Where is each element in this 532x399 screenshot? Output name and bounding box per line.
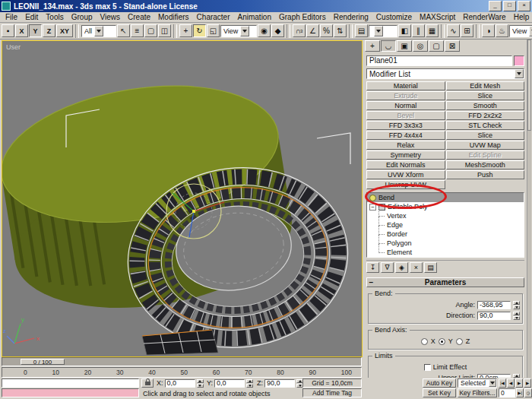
- selection-filter-dropdown[interactable]: All: [81, 25, 116, 37]
- axis-z-radio[interactable]: [456, 338, 463, 345]
- axis-y-radio[interactable]: [439, 338, 445, 345]
- menu-group[interactable]: Group: [68, 12, 97, 22]
- select-by-name-icon[interactable]: ≡: [131, 24, 144, 37]
- y-coordinate-field[interactable]: 0,0: [214, 379, 245, 388]
- menu-graph-editors[interactable]: Graph Editors: [275, 12, 330, 22]
- schematic-view-icon[interactable]: ⊞: [461, 24, 473, 37]
- stack-item-bend[interactable]: Bend: [367, 193, 524, 202]
- dropdown-arrow-icon[interactable]: [240, 26, 249, 36]
- align-icon[interactable]: ∥: [412, 24, 425, 37]
- modifier-button[interactable]: FFD 3x3x3: [366, 121, 445, 130]
- go-to-start-icon[interactable]: |◀: [499, 378, 506, 388]
- reference-coordinate-dropdown[interactable]: View: [220, 25, 257, 37]
- angle-field[interactable]: -368,95: [477, 301, 511, 309]
- set-key-button[interactable]: Set Key: [423, 388, 456, 397]
- modifier-button[interactable]: FFD 2x2x2: [446, 111, 525, 120]
- time-slider-track[interactable]: 0 / 100: [2, 357, 362, 366]
- dropdown-arrow-icon[interactable]: [489, 379, 496, 387]
- motion-tab-icon[interactable]: ◎: [413, 40, 428, 52]
- track-bar[interactable]: 0 10 20 30 40 50 60 70 80 90 100: [2, 367, 362, 378]
- x-coordinate-field[interactable]: 0,0: [165, 379, 195, 388]
- modifier-button[interactable]: Bevel: [366, 111, 445, 120]
- configure-modifier-sets-icon[interactable]: ▤: [424, 262, 437, 273]
- modifier-button[interactable]: Edit Normals: [366, 160, 445, 169]
- parameters-rollout-header[interactable]: − Parameters: [366, 277, 524, 287]
- modifier-button[interactable]: MeshSmooth: [446, 160, 525, 169]
- modifier-button[interactable]: Smooth: [446, 101, 525, 110]
- axis-constraint-xy-button[interactable]: XY: [56, 24, 73, 37]
- panel-scrollbar[interactable]: [527, 40, 531, 378]
- minimize-button[interactable]: _: [489, 1, 502, 11]
- menu-rendering[interactable]: Rendering: [330, 12, 372, 22]
- axis-x-radio[interactable]: [421, 338, 428, 345]
- object-color-swatch[interactable]: [514, 55, 524, 66]
- curve-editor-icon[interactable]: ∿: [447, 24, 460, 37]
- stack-subitem-edge[interactable]: Edge: [367, 220, 524, 230]
- remove-modifier-icon[interactable]: ×: [410, 262, 423, 273]
- key-filters-button[interactable]: Key Filters...: [458, 388, 497, 397]
- modifier-button[interactable]: Symmetry: [366, 150, 445, 160]
- menu-edit[interactable]: Edit: [21, 12, 42, 22]
- rectangular-selection-icon[interactable]: ▢: [144, 24, 157, 37]
- modifier-button[interactable]: STL Check: [446, 121, 525, 130]
- macro-recorder-field[interactable]: [2, 388, 139, 397]
- limit-effect-checkbox[interactable]: [424, 364, 431, 371]
- previous-frame-icon[interactable]: ◀: [507, 378, 515, 388]
- menu-animation[interactable]: Animation: [234, 12, 275, 22]
- z-coordinate-field[interactable]: 90,0: [264, 379, 295, 388]
- menu-renderware[interactable]: RenderWare: [459, 12, 509, 22]
- next-frame-icon[interactable]: ▶: [524, 378, 531, 388]
- dropdown-arrow-icon[interactable]: [529, 26, 532, 36]
- stack-subitem-polygon[interactable]: Polygon: [367, 239, 524, 248]
- render-scene-icon[interactable]: ♨: [496, 24, 508, 37]
- object-name-field[interactable]: Plane01: [366, 55, 512, 66]
- direction-spinner[interactable]: [513, 312, 520, 320]
- percent-snap-icon[interactable]: %: [320, 24, 333, 37]
- angle-spinner[interactable]: [513, 301, 520, 309]
- modifier-button[interactable]: Slice: [446, 91, 525, 100]
- axis-constraint-y-button[interactable]: Y: [29, 24, 42, 37]
- stack-subitem-element[interactable]: Element: [367, 248, 524, 257]
- select-object-icon[interactable]: ↖: [117, 24, 130, 37]
- layer-manager-icon[interactable]: ▦: [426, 24, 439, 37]
- snap-toggle-icon[interactable]: ∩3: [293, 24, 306, 37]
- modifier-button[interactable]: Edit Spline: [446, 150, 525, 160]
- selection-lock-icon[interactable]: [141, 378, 154, 388]
- axis-constraint-x-button[interactable]: X: [15, 24, 28, 37]
- render-type-dropdown[interactable]: View: [509, 25, 532, 37]
- y-coordinate-spinner[interactable]: [246, 379, 253, 388]
- menu-views[interactable]: Views: [97, 12, 125, 22]
- named-selection-dropdown[interactable]: [369, 25, 397, 37]
- menu-create[interactable]: Create: [124, 12, 154, 22]
- dropdown-arrow-icon[interactable]: [515, 69, 524, 78]
- close-button[interactable]: ×: [518, 1, 530, 11]
- modifier-button[interactable]: Slice: [446, 131, 525, 140]
- stack-item-editable-poly[interactable]: − Editable Poly: [367, 202, 524, 211]
- modifier-button[interactable]: Relax: [366, 141, 445, 150]
- modifier-onoff-icon[interactable]: [369, 195, 376, 201]
- select-rotate-icon[interactable]: ↻: [193, 24, 206, 37]
- spinner-snap-icon[interactable]: ⇅: [334, 24, 347, 37]
- modifier-button[interactable]: Edit Mesh: [446, 81, 525, 90]
- expander-icon[interactable]: −: [369, 204, 376, 211]
- maximize-button[interactable]: □: [503, 1, 516, 11]
- modify-tab-icon[interactable]: ◡: [381, 40, 396, 52]
- material-editor-icon[interactable]: ◑: [482, 24, 495, 37]
- modifier-list-dropdown[interactable]: Modifier List: [366, 68, 524, 79]
- menu-modifiers[interactable]: Modifiers: [154, 12, 193, 22]
- time-slider-handle[interactable]: 0 / 100: [21, 359, 65, 365]
- x-coordinate-spinner[interactable]: [197, 379, 204, 388]
- display-tab-icon[interactable]: ▢: [429, 40, 444, 52]
- stack-subitem-vertex[interactable]: Vertex: [367, 211, 524, 220]
- modifier-button[interactable]: Unwrap UVW: [366, 180, 445, 189]
- create-tab-icon[interactable]: +: [365, 40, 380, 52]
- pin-stack-icon[interactable]: ↧: [366, 262, 379, 273]
- select-move-icon[interactable]: +: [179, 24, 192, 37]
- hierarchy-tab-icon[interactable]: ▣: [397, 40, 412, 52]
- named-selection-sets-icon[interactable]: ▤: [355, 24, 368, 37]
- axis-constraint-z-button[interactable]: Z: [43, 24, 55, 37]
- menu-help[interactable]: Help: [510, 12, 532, 22]
- menu-tools[interactable]: Tools: [42, 12, 67, 22]
- select-scale-icon[interactable]: ◱: [207, 24, 220, 37]
- modifier-button[interactable]: UVW Map: [446, 141, 525, 150]
